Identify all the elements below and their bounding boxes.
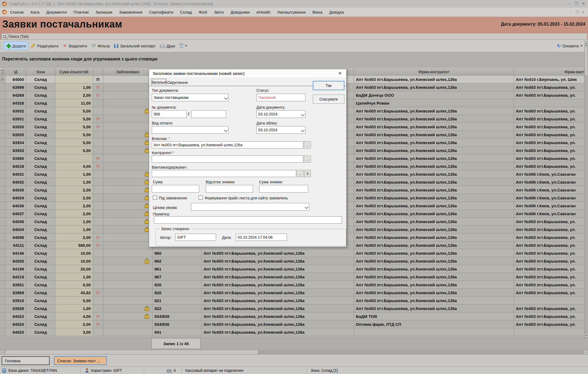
menu-item-Звіти[interactable]: Звіти — [214, 10, 224, 14]
consignee-clear-button[interactable]: X — [304, 170, 311, 177]
menu-item-Довідка[interactable]: Довідка — [329, 10, 344, 14]
menu-item-Документи[interactable]: Документи — [46, 10, 67, 14]
filter-button[interactable]: Фільтр — [89, 42, 112, 50]
header-qty-sum[interactable]: Сума кількостей — [55, 68, 93, 75]
search-input[interactable] — [8, 34, 587, 39]
on-order-checkbox[interactable] — [153, 196, 157, 200]
table-row[interactable]: 64219Склад1,00867Апт №003 пгт.Барышевка,… — [0, 273, 584, 281]
doc-date-select[interactable]: 03.10.2024 — [256, 110, 305, 118]
cell-id: 63869 — [5, 289, 26, 297]
header-consignee[interactable]: Фірма-вант — [514, 68, 584, 75]
dialog-close-icon[interactable]: ✕ — [337, 71, 343, 76]
menu-item-Філії[interactable]: Філії — [199, 10, 207, 14]
table-row[interactable]: 64025Склад3,00841Апт №003 пгт.Барышевка,… — [0, 328, 584, 336]
cell-contragent: Апт №003 пгт.Барышевка, ул.Киевский шлях… — [354, 83, 514, 91]
table-row[interactable]: 64023Склад4,00П834/839Апт №003 пгт.Барыш… — [0, 312, 584, 320]
menu-item-Вікна[interactable]: Вікна — [313, 10, 323, 14]
vertical-scrollbar[interactable]: ▲ ▼ — [584, 41, 588, 338]
tab-rounding[interactable]: Округлення — [166, 79, 188, 86]
acc-date-select[interactable]: 03.10.2024 — [256, 126, 305, 134]
scroll-left-icon[interactable]: ‹ — [0, 350, 5, 355]
menu-item-eHealth[interactable]: eHealth — [256, 10, 271, 14]
consignee-picker-button[interactable]: ... — [297, 170, 304, 177]
cell-contragent: Апт №003 пгт.Барышевка, ул.Киевский шлях… — [354, 115, 514, 123]
cell-id: 64268 — [5, 91, 26, 99]
mdi-close-button[interactable]: ✕ — [580, 10, 586, 15]
scroll-up-icon[interactable]: ▲ — [584, 41, 588, 46]
sum-input[interactable] — [152, 185, 199, 193]
tab-home[interactable]: Головна — [2, 356, 50, 365]
delete-button[interactable]: ✕ Видалити — [61, 42, 89, 50]
menu-item-Сертифікати[interactable]: Сертифікати — [149, 10, 173, 14]
cell-qty-sum: 2,00 — [55, 233, 93, 241]
header-contragent[interactable]: Фірма-контрагент — [354, 68, 514, 75]
cell-p-flag — [93, 107, 103, 115]
lock-icon — [145, 181, 149, 184]
view-options-button[interactable] — [177, 42, 189, 50]
close-button[interactable]: ✕ — [580, 1, 587, 7]
export-button[interactable]: Загальний експорт — [112, 42, 158, 50]
print-button[interactable]: Друк — [158, 42, 177, 50]
chevron-down-icon — [185, 45, 187, 47]
ok-button[interactable]: Так — [313, 81, 344, 90]
minimize-button[interactable]: – — [566, 1, 573, 7]
pricelist-checkbox[interactable] — [199, 196, 203, 200]
table-row[interactable]: 63869Склад43,82П820Апт №003 пгт.Барышевк… — [0, 289, 584, 297]
table-row[interactable]: 64200Склад10,00862Апт №003 пгт.Барышевка… — [0, 257, 584, 265]
table-row[interactable]: 63910Склад0,00821Апт №003 пгт.Барышевка,… — [0, 297, 584, 305]
cell-zone: Склад — [26, 162, 55, 170]
pay-type-select[interactable] — [152, 126, 229, 134]
menu-item-Склад[interactable]: Склад — [180, 10, 192, 14]
doc-no2-input[interactable] — [191, 110, 226, 118]
owner-input[interactable]: Апт №003 пгт.Барышевка, ул.Киевский шлях… — [152, 141, 303, 148]
search-icon[interactable] — [2, 34, 8, 39]
menu-item-Платежі[interactable]: Платежі — [74, 10, 89, 14]
doc-type-select[interactable]: Заказ поставщикам — [152, 94, 229, 101]
edit-button[interactable]: Редагувати — [28, 42, 61, 50]
header-id[interactable]: ІД — [5, 68, 26, 75]
header-p[interactable] — [93, 68, 103, 75]
cancel-button[interactable]: Скасувати — [313, 95, 344, 104]
vertical-scroll-thumb[interactable] — [584, 46, 588, 76]
header-zone[interactable]: Зона — [26, 68, 55, 75]
refresh-button[interactable]: ↻ Оновити — [555, 42, 585, 50]
scroll-right-icon[interactable]: › — [583, 350, 588, 355]
menu-item-Список[interactable]: Список — [10, 10, 24, 14]
discount-sum-input[interactable] — [259, 185, 308, 193]
discount-pct-input[interactable] — [206, 185, 253, 193]
cell-contragent: Апт №003 пгт.Барышевка, ул.Киевский шлях… — [354, 131, 514, 139]
table-row[interactable]: 64020Склад2,00П834/836Апт №003 пгт.Барыш… — [0, 320, 584, 328]
table-row[interactable]: 63929Склад1,00822Апт №003 пгт.Барышевка,… — [0, 305, 584, 312]
menu-item-Налаштування[interactable]: Налаштування — [277, 10, 306, 14]
menu-item-Замовлення[interactable]: Замовлення — [119, 10, 142, 14]
menu-item-Каса[interactable]: Каса — [31, 10, 40, 14]
horizontal-scroll-thumb[interactable] — [5, 350, 258, 355]
horizontal-scrollbar[interactable]: ‹ › — [0, 350, 588, 355]
mdi-restore-button[interactable]: ❐ — [574, 10, 580, 15]
tab-list-requests[interactable]: Список: Заявки пост ... — [54, 356, 107, 365]
menu-item-Залишки[interactable]: Залишки — [96, 10, 113, 14]
mdi-minimize-button[interactable]: – — [568, 10, 574, 15]
add-button[interactable]: Додати — [4, 41, 28, 50]
scroll-down-icon[interactable]: ▼ — [584, 333, 588, 338]
restore-button[interactable]: ❐ — [573, 1, 580, 7]
cell-contragent: Апт №003 пгт.Барышевка, ул.Киевский шлях… — [354, 170, 514, 178]
contragent-input[interactable] — [152, 156, 303, 163]
table-row[interactable]: 64199Склад20,00861Апт №003 пгт.Барышевка… — [0, 265, 584, 273]
tab-general[interactable]: Загальні — [151, 78, 166, 86]
doc-no-input[interactable]: 956 — [152, 110, 187, 118]
cell-qty-sum: 1,00 — [55, 178, 93, 186]
table-row[interactable]: 64146Склад10,00860Апт №003 пгт.Барышевка… — [0, 249, 584, 257]
table-row[interactable]: 63951Склад0,00830Апт №003 пгт.Барышевка,… — [0, 281, 584, 289]
group-by-bar[interactable]: Перетягніть заголовок колонки сюди для у… — [0, 52, 588, 68]
header-row-marker[interactable] — [0, 68, 5, 75]
consignee-input[interactable] — [152, 170, 296, 177]
lock-icon — [145, 110, 149, 113]
menu-item-Довідники[interactable]: Довідники — [231, 10, 250, 14]
device-icon — [167, 369, 171, 373]
contragent-picker-button[interactable]: ... — [304, 156, 311, 163]
header-blocked[interactable]: Заблоковано — [103, 68, 153, 75]
price-cond-select[interactable] — [191, 203, 309, 211]
note-input[interactable] — [154, 216, 342, 224]
owner-picker-button[interactable]: ... — [304, 141, 311, 148]
